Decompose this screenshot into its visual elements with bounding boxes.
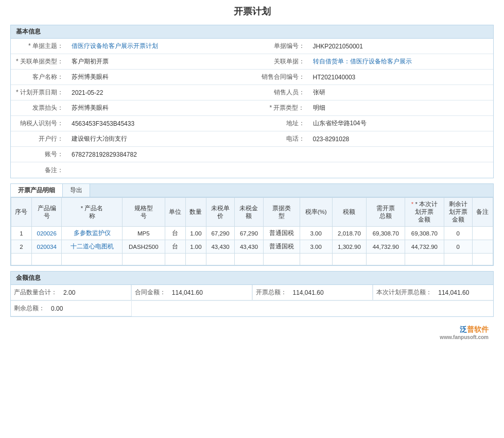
contract-amount-value: 114,041.60 xyxy=(169,287,206,298)
remaining-value: 0.00 xyxy=(48,303,66,314)
contract-amount-label: 合同金额： xyxy=(132,286,169,299)
account-value: 6782728192829384782 xyxy=(67,149,493,160)
amount-row1: 产品数量合计： 2.00 合同金额： 114,041.60 开票总额： 114,… xyxy=(11,285,493,301)
plan-date-value: 2021-05-22 xyxy=(67,87,252,98)
contract-label: 销售合同编号： xyxy=(252,71,309,83)
col-this-invoice: * * 本次计 划开票 金额 xyxy=(405,198,444,227)
table-row: 1020026多参数监护仪MP5台1.0067,29067,290普通国税3.0… xyxy=(11,227,493,240)
col-doc-type: 票据类 型 xyxy=(263,198,300,227)
remaining-cell: 剩余总额： 0.00 xyxy=(11,301,132,316)
amount-info-section: 金额信息 产品数量合计： 2.00 合同金额： 114,041.60 开票总额：… xyxy=(10,271,494,317)
col-tax-rate: 税率(%) xyxy=(300,198,332,227)
invoice-type-label: * 开票类型： xyxy=(252,102,309,114)
salesman-row: 销售人员： 张研 xyxy=(252,85,494,100)
related-type-row: * 关联单据类型： 客户期初开票 xyxy=(11,54,252,70)
subject-label: * 单据主题： xyxy=(11,40,67,53)
logo-area: 泛普软件 www.fanpusoft.com xyxy=(10,322,494,341)
product-table-wrap: 序号 产品编 号 * 产品名 称 规格型 号 单位 数量 未税单 价 未税金 额… xyxy=(11,197,493,265)
account-label: 账号： xyxy=(11,148,67,161)
doc-no-label: 单据编号： xyxy=(252,40,309,53)
related-type-value: 客户期初开票 xyxy=(67,55,252,68)
invoice-header-value: 苏州博美眼科 xyxy=(67,102,252,114)
invoice-header-label: 发票抬头： xyxy=(11,102,67,114)
logo-website: www.fanpusoft.com xyxy=(15,334,489,340)
table-row-empty xyxy=(11,254,493,265)
table-row: 2020034十二道心电图机DASH2500台1.0043,43043,430普… xyxy=(11,240,493,254)
related-doc-row: 关联单据： 转自借货单：借医疗设备给客户展示 xyxy=(252,54,494,70)
col-product-name: * 产品名 称 xyxy=(62,198,122,227)
col-remark: 备注 xyxy=(472,198,493,227)
doc-no-row: 单据编号： JHKP2021050001 xyxy=(252,39,494,54)
amount-info-header: 金额信息 xyxy=(11,272,493,285)
phone-row: 电话： 023-8291028 xyxy=(252,131,494,147)
invoice-type-row: * 开票类型： 明细 xyxy=(252,100,494,116)
col-product-code: 产品编 号 xyxy=(31,198,61,227)
amount-row2: 剩余总额： 0.00 xyxy=(11,301,493,316)
product-table: 序号 产品编 号 * 产品名 称 规格型 号 单位 数量 未税单 价 未税金 额… xyxy=(11,197,493,265)
remaining-label: 剩余总额： xyxy=(11,302,48,315)
product-detail-section: 开票产品明细 导出 序号 产品编 号 * 产品名 称 规格型 号 单位 数量 未… xyxy=(10,183,494,266)
contract-amount-cell: 合同金额： 114,041.60 xyxy=(131,285,252,300)
amount-info-content: 产品数量合计： 2.00 合同金额： 114,041.60 开票总额： 114,… xyxy=(11,285,493,316)
tab-product-detail[interactable]: 开票产品明细 xyxy=(11,184,63,197)
salesman-value: 张研 xyxy=(309,86,494,99)
customer-row: 客户名称： 苏州博美眼科 xyxy=(11,70,252,85)
remark-value xyxy=(67,164,493,176)
contract-row: 销售合同编号： HT2021040003 xyxy=(252,70,494,85)
phone-label: 电话： xyxy=(252,132,309,145)
invoice-header-row: 发票抬头： 苏州博美眼科 xyxy=(11,100,252,116)
address-row: 地址： 山东省经华路104号 xyxy=(252,116,494,131)
col-remaining: 剩余计 划开票 金额 xyxy=(444,198,472,227)
export-button[interactable]: 导出 xyxy=(63,184,90,197)
customer-value: 苏州博美眼科 xyxy=(67,71,252,83)
tax-id-row: 纳税人识别号： 4563453F3453B45433 xyxy=(11,116,252,131)
this-plan-value: 114,041.60 xyxy=(435,287,472,298)
col-spec: 规格型 号 xyxy=(122,198,165,227)
plan-date-label: * 计划开票日期： xyxy=(11,86,67,99)
bank-row: 开户行： 建设银行大冶街支行 xyxy=(11,131,252,147)
address-value: 山东省经华路104号 xyxy=(309,117,494,130)
related-doc-label: 关联单据： xyxy=(252,55,309,68)
invoice-total-cell: 开票总额： 114,041.60 xyxy=(252,285,373,300)
amount-empty xyxy=(132,301,493,316)
this-plan-cell: 本次计划开票总额： 114,041.60 xyxy=(373,285,493,300)
product-qty-label: 产品数量合计： xyxy=(11,286,60,299)
bank-value: 建设银行大冶街支行 xyxy=(67,132,252,145)
col-unit: 单位 xyxy=(165,198,185,227)
col-unit-price-no-tax: 未税单 价 xyxy=(206,198,234,227)
col-tax: 税额 xyxy=(332,198,367,227)
page-title: 开票计划 xyxy=(10,5,494,18)
product-qty-value: 2.00 xyxy=(60,287,78,298)
doc-no-value: JHKP2021050001 xyxy=(309,41,494,52)
related-type-label: * 关联单据类型： xyxy=(11,55,67,68)
tax-id-label: 纳税人识别号： xyxy=(11,117,67,130)
tax-id-value: 4563453F3453B45433 xyxy=(67,118,252,129)
col-seq: 序号 xyxy=(11,198,32,227)
account-row: 账号： 6782728192829384782 xyxy=(11,147,493,162)
basic-info-section: 基本信息 * 单据主题： 借医疗设备给客户展示开票计划 单据编号： JHKP20… xyxy=(10,25,494,178)
customer-label: 客户名称： xyxy=(11,71,67,83)
bank-label: 开户行： xyxy=(11,132,67,145)
col-need-invoice-total: 需开票 总额 xyxy=(367,198,405,227)
address-label: 地址： xyxy=(252,117,309,130)
product-qty-cell: 产品数量合计： 2.00 xyxy=(11,285,131,300)
this-plan-label: 本次计划开票总额： xyxy=(373,286,435,299)
invoice-total-value: 114,041.60 xyxy=(290,287,327,298)
remark-row: 备注： xyxy=(11,162,493,178)
basic-info-grid: * 单据主题： 借医疗设备给客户展示开票计划 单据编号： JHKP2021050… xyxy=(11,39,493,178)
invoice-total-label: 开票总额： xyxy=(253,286,290,299)
col-amount-no-tax: 未税金 额 xyxy=(235,198,263,227)
remark-label: 备注： xyxy=(11,164,67,177)
product-detail-tabs: 开票产品明细 导出 xyxy=(11,184,493,197)
basic-info-header: 基本信息 xyxy=(11,25,493,39)
plan-date-row: * 计划开票日期： 2021-05-22 xyxy=(11,85,252,100)
invoice-type-value: 明细 xyxy=(309,102,494,114)
subject-value: 借医疗设备给客户展示开票计划 xyxy=(67,40,252,53)
col-qty: 数量 xyxy=(185,198,206,227)
related-doc-value: 转自借货单：借医疗设备给客户展示 xyxy=(309,55,494,68)
subject-row: * 单据主题： 借医疗设备给客户展示开票计划 xyxy=(11,39,252,54)
phone-value: 023-8291028 xyxy=(309,133,494,145)
logo-brand: 泛普软件 xyxy=(15,325,489,334)
salesman-label: 销售人员： xyxy=(252,86,309,99)
contract-value: HT2021040003 xyxy=(309,72,494,83)
